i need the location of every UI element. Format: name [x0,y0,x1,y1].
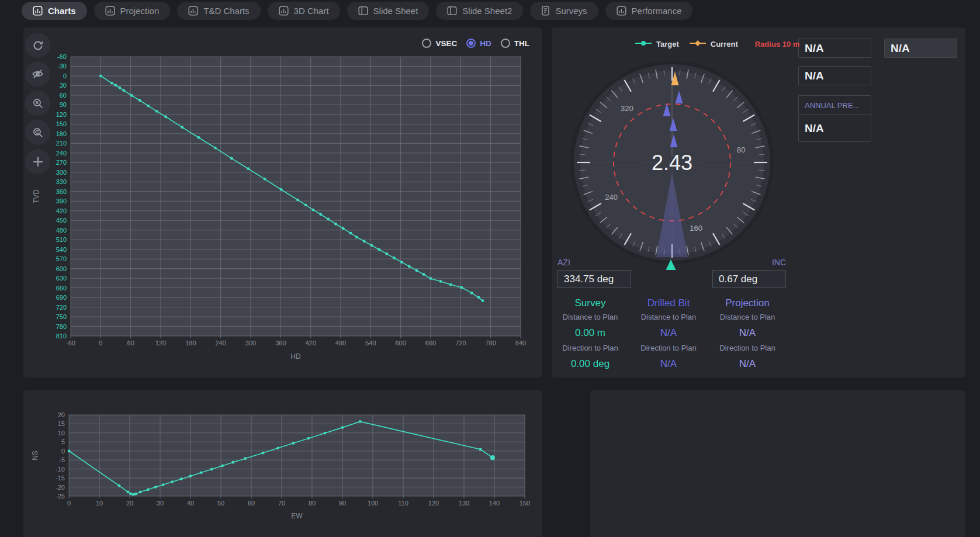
tvd-hd-chart[interactable]: -600601201802403003604204805406006607207… [23,27,542,377]
column-title: Survey [552,296,628,310]
radio-label: THL [514,39,529,48]
dashboard: Charts Projection T&D Charts 3D Chart Sl… [0,0,980,537]
svg-text:140: 140 [489,500,500,507]
direction-to-plan-label: Direction to Plan [631,341,707,355]
svg-text:80: 80 [309,500,316,507]
zoom-out-button[interactable] [25,91,50,116]
svg-text:540: 540 [56,246,67,253]
svg-text:390: 390 [56,198,67,205]
azi-value-field[interactable]: 334.75 deg [557,270,631,288]
svg-text:180: 180 [185,339,196,347]
distance-to-plan-label: Distance to Plan [631,310,707,324]
svg-text:630: 630 [56,275,67,282]
svg-text:420: 420 [305,339,316,347]
ns-ew-chart[interactable]: 0102030405060708090100110120130140150-25… [23,390,542,537]
svg-text:20: 20 [126,500,133,507]
svg-text:480: 480 [335,339,346,347]
svg-text:-25: -25 [56,493,65,500]
svg-text:750: 750 [56,313,67,320]
side-field-2[interactable]: N/A [798,66,871,85]
svg-text:300: 300 [56,169,67,176]
zoom-out-icon [32,98,44,109]
svg-text:-20: -20 [56,484,65,491]
column-title: Drilled Bit [631,296,707,310]
svg-text:50: 50 [217,500,224,507]
radio-vsec[interactable]: VSEC [422,39,457,48]
svg-text:-30: -30 [57,63,67,70]
distance-to-plan-value: N/A [631,324,707,341]
svg-text:80: 80 [737,145,745,154]
tab-label: 3D Chart [294,6,329,16]
svg-text:60: 60 [248,500,255,507]
inc-value-field[interactable]: 0.67 deg [712,270,786,288]
svg-text:90: 90 [339,500,346,507]
svg-text:810: 810 [56,332,67,339]
drilled-bit-column: Drilled Bit Distance to Plan N/A Directi… [631,296,707,372]
add-button[interactable] [25,149,50,174]
svg-text:600: 600 [56,265,67,272]
direction-to-plan-label: Direction to Plan [552,341,628,355]
distance-to-plan-value: N/A [709,324,785,341]
main-chart-panel: -600601201802403003604204805406006607207… [23,27,542,377]
document-icon [541,6,550,16]
tab-performance[interactable]: Performance [605,2,693,20]
radio-circle [422,39,431,48]
svg-text:180: 180 [56,130,67,137]
tab-projection[interactable]: Projection [94,2,171,20]
tab-3d-chart[interactable]: 3D Chart [268,2,340,20]
svg-text:570: 570 [56,255,67,262]
eye-off-icon [32,68,44,80]
svg-text:100: 100 [368,500,378,507]
hide-button[interactable] [25,61,50,86]
svg-text:240: 240 [605,193,618,202]
svg-text:780: 780 [56,323,67,330]
bar-chart-icon [617,6,626,16]
svg-text:210: 210 [56,140,67,147]
bar-chart-icon [279,6,289,16]
refresh-button[interactable] [25,33,50,58]
direction-to-plan-value: N/A [709,355,785,372]
tab-slide-sheet[interactable]: Slide Sheet [347,2,430,20]
svg-text:40: 40 [187,500,194,507]
radio-thl[interactable]: THL [501,39,529,48]
svg-text:-60: -60 [66,339,75,347]
side-field-right[interactable]: N/A [884,39,957,58]
svg-text:540: 540 [365,339,376,347]
svg-text:0: 0 [99,339,102,347]
zoom-reset-button[interactable] [25,120,50,145]
svg-text:510: 510 [56,236,67,243]
radio-hd[interactable]: HD [466,39,491,48]
survey-column: Survey Distance to Plan 0.00 m Direction… [552,296,628,372]
svg-text:-10: -10 [56,466,65,473]
axis-mode-radio-group: VSEC HD THL [422,39,529,48]
tab-td-charts[interactable]: T&D Charts [177,2,260,20]
tab-label: Slide Sheet [373,6,418,16]
bar-chart-icon [188,6,198,16]
svg-text:720: 720 [56,304,67,311]
side-field-1[interactable]: N/A [798,39,871,58]
split-panel-icon [358,6,368,16]
svg-text:160: 160 [690,224,702,233]
svg-text:TVD: TVD [32,189,40,203]
annual-pre-field-label[interactable]: ANNUAL PRE... [798,95,871,115]
svg-text:130: 130 [459,500,469,507]
svg-text:270: 270 [56,159,67,166]
projection-column: Projection Distance to Plan N/A Directio… [709,296,785,372]
tab-slide-sheet2[interactable]: Slide Sheet2 [436,2,523,20]
current-marker-icon [689,40,707,48]
svg-text:-5: -5 [59,456,65,463]
svg-text:0: 0 [61,448,65,455]
svg-text:70: 70 [278,500,285,507]
radio-label: HD [480,39,491,48]
split-panel-icon [447,6,457,16]
svg-text:840: 840 [515,339,526,347]
svg-text:150: 150 [56,120,67,127]
distance-to-plan-label: Distance to Plan [709,310,785,324]
svg-text:90: 90 [60,101,67,108]
tab-charts[interactable]: Charts [22,2,87,20]
svg-text:360: 360 [275,339,286,347]
compass-center-value: 2.43 [652,151,692,175]
annual-pre-field-value[interactable]: N/A [798,115,871,142]
tab-surveys[interactable]: Surveys [530,2,598,20]
compass-legend: Target Current Radius 10 m [635,40,799,48]
